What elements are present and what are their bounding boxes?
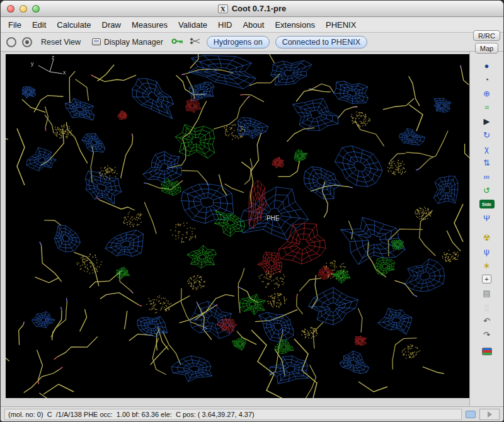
redo-icon[interactable]: ↷ (479, 328, 495, 341)
axis-y-label: y (31, 60, 34, 67)
display-manager-icon (92, 38, 101, 45)
density-canvas[interactable] (6, 54, 469, 398)
rotamer-icon[interactable]: χ (479, 142, 495, 155)
eraser-icon[interactable]: ▯ (479, 300, 495, 313)
add-terminal-residue-icon[interactable]: ∗ (479, 259, 495, 271)
auto-fit-rotamer-icon[interactable]: ψ (479, 245, 495, 258)
status-text: (mol. no: 0) C /1/A/138 PHE occ: 1.00 bf… (8, 411, 255, 418)
zoom-button[interactable] (32, 5, 40, 13)
statusbar: (mol. no: 0) C /1/A/138 PHE occ: 1.00 bf… (1, 406, 503, 421)
menu-phenix[interactable]: PHENIX (326, 20, 356, 30)
key-icon[interactable] (171, 38, 184, 47)
side-chain-flip-icon[interactable]: Side (479, 200, 495, 208)
play-icon[interactable]: ▶ (479, 115, 495, 127)
menu-draw[interactable]: Draw (102, 20, 121, 30)
minimize-button[interactable] (20, 5, 27, 13)
phenix-connection-button[interactable]: Connected to PHENIX (275, 36, 367, 48)
menubar: FileEditCalculateDrawMeasuresValidateHID… (1, 17, 503, 33)
reset-view-button[interactable]: Reset View (38, 37, 84, 48)
rrc-button[interactable]: R/RC (473, 30, 500, 41)
toolbar-expander-button[interactable] (479, 409, 500, 420)
display-manager-label: Display Manager (104, 38, 163, 47)
atom-pair-icon[interactable]: ∞ (479, 170, 495, 183)
scheme-flag-icon[interactable] (482, 348, 492, 355)
hydrogens-toggle-button[interactable]: Hydrogens on (207, 36, 270, 48)
menu-file[interactable]: File (8, 20, 21, 30)
coot-window: X Coot 0.7.1-pre FileEditCalculateDrawMe… (0, 0, 504, 422)
menu-edit[interactable]: Edit (32, 20, 46, 30)
right-sidebar: R/RC Map ●◔⊕≈▶↻χ⇅∞↺SideΨ☢ψ∗+▤▯↶↷ (469, 52, 503, 406)
axis-x-label: x (63, 69, 66, 76)
measure-icon[interactable] (190, 37, 201, 47)
sphere-view-icon[interactable]: ● (479, 59, 495, 72)
x11-icon: X (218, 4, 228, 13)
window-title-text: Coot 0.7.1-pre (232, 4, 287, 13)
map-button[interactable]: Map (475, 43, 498, 54)
display-manager-button[interactable]: Display Manager (89, 37, 166, 48)
residue-label: PHE (266, 215, 280, 222)
menu-measures[interactable]: Measures (132, 20, 168, 30)
pep-flip-icon[interactable]: ⇅ (479, 156, 495, 169)
window-title: X Coot 0.7.1-pre (218, 4, 287, 13)
print-icon[interactable]: ▤ (479, 287, 495, 299)
torsion-icon[interactable]: ↺ (479, 184, 495, 197)
main-area: x y z PHE R/RC Map ●◔⊕≈▶↻χ⇅∞↺SideΨ☢ψ∗+▤▯… (1, 52, 503, 406)
real-space-refine-icon[interactable]: ≈ (479, 101, 495, 113)
traffic-lights (7, 5, 40, 13)
mutate-icon[interactable]: ☢ (479, 231, 495, 244)
menu-calculate[interactable]: Calculate (57, 20, 91, 30)
model-fit-toolbar: ●◔⊕≈▶↻χ⇅∞↺SideΨ☢ψ∗+▤▯↶↷ (479, 59, 495, 358)
regularize-zone-icon[interactable]: ↻ (479, 128, 495, 141)
undo-icon[interactable]: ↶ (479, 314, 495, 327)
spin-view-icon[interactable] (6, 37, 16, 47)
viewport-frame: x y z PHE (1, 52, 469, 406)
status-frame: (mol. no: 0) C /1/A/138 PHE occ: 1.00 bf… (4, 409, 462, 420)
titlebar[interactable]: X Coot 0.7.1-pre (1, 1, 503, 17)
viewport-3d[interactable]: x y z PHE (6, 54, 469, 398)
rotate-translate-icon[interactable]: ⊕ (479, 87, 495, 100)
menu-about[interactable]: About (243, 20, 264, 30)
menu-hid[interactable]: HID (218, 20, 232, 30)
axis-z-label: z (52, 54, 55, 60)
record-view-icon[interactable] (22, 37, 32, 47)
toolbar: Reset View Display Manager Hydrogens on … (1, 33, 503, 52)
corner-buttons: R/RC Map (473, 30, 500, 54)
close-button[interactable] (7, 5, 14, 13)
expander-arrow-icon (488, 411, 492, 418)
edit-backbone-icon[interactable]: Ψ (479, 212, 495, 224)
menu-validate[interactable]: Validate (178, 20, 207, 30)
clock-icon[interactable]: ◔ (479, 73, 495, 86)
scrollbar-thumb[interactable] (466, 411, 476, 418)
menu-extensions[interactable]: Extensions (275, 20, 315, 30)
add-atom-icon[interactable]: + (479, 273, 495, 285)
